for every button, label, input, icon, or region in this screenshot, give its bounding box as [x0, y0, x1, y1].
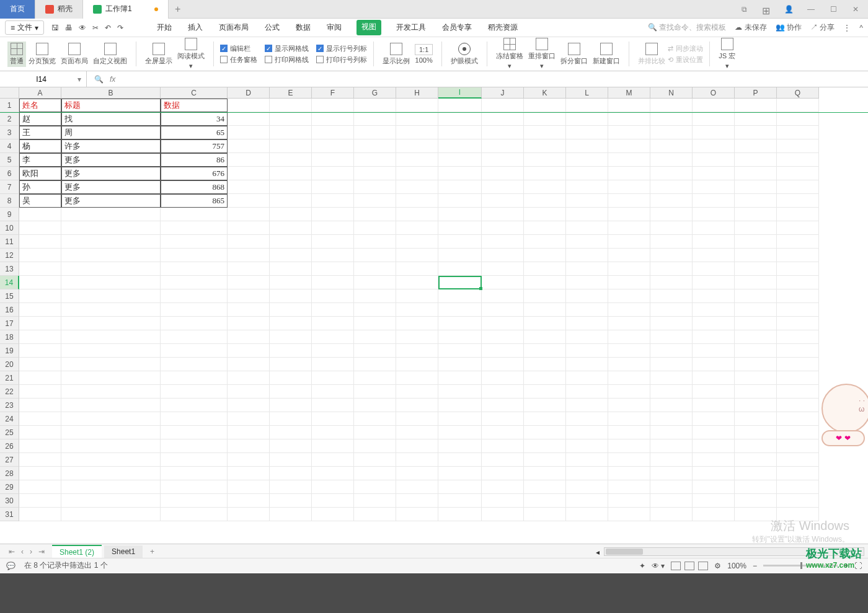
cell-L16[interactable] — [566, 303, 608, 317]
cell-B13[interactable] — [61, 262, 161, 276]
cell-L21[interactable] — [566, 371, 608, 385]
cell-B15[interactable] — [61, 289, 161, 303]
cell-J12[interactable] — [482, 249, 524, 262]
row-header-27[interactable]: 27 — [0, 453, 19, 467]
cell-M1[interactable] — [608, 99, 650, 112]
cell-A25[interactable] — [19, 426, 61, 439]
cell-M8[interactable] — [608, 194, 650, 208]
cell-Q14[interactable] — [777, 276, 819, 289]
zoom-out-icon[interactable]: − — [753, 562, 757, 570]
row-header-14[interactable]: 14 — [0, 276, 19, 289]
col-header-I[interactable]: I — [438, 87, 482, 99]
cell-K18[interactable] — [524, 330, 566, 344]
cell-C24[interactable] — [161, 412, 228, 426]
cell-D9[interactable] — [228, 208, 270, 221]
cell-D6[interactable] — [228, 167, 270, 180]
row-header-10[interactable]: 10 — [0, 221, 19, 235]
cell-L15[interactable] — [566, 289, 608, 303]
cell-F10[interactable] — [312, 221, 354, 235]
cell-L13[interactable] — [566, 262, 608, 276]
cell-Q28[interactable] — [777, 467, 819, 480]
cell-E7[interactable] — [270, 180, 312, 194]
cell-Q10[interactable] — [777, 221, 819, 235]
cell-D7[interactable] — [228, 180, 270, 194]
row-header-4[interactable]: 4 — [0, 139, 19, 153]
command-search[interactable]: 🔍 查找命令、搜索模板 — [648, 22, 726, 33]
cell-H1[interactable] — [396, 99, 438, 112]
cell-A11[interactable] — [19, 235, 61, 249]
menu-vip[interactable]: 会员专享 — [441, 20, 473, 35]
cell-Q13[interactable] — [777, 262, 819, 276]
cell-H27[interactable] — [396, 453, 438, 467]
cell-O12[interactable] — [693, 249, 735, 262]
cell-O1[interactable] — [693, 99, 735, 112]
cell-I12[interactable] — [438, 249, 482, 262]
cell-B19[interactable] — [61, 344, 161, 358]
cell-K15[interactable] — [524, 289, 566, 303]
cell-P18[interactable] — [735, 330, 777, 344]
cell-H6[interactable] — [396, 167, 438, 180]
cell-F21[interactable] — [312, 371, 354, 385]
cell-N2[interactable] — [650, 112, 693, 126]
cell-E8[interactable] — [270, 194, 312, 208]
cell-H7[interactable] — [396, 180, 438, 194]
row-header-16[interactable]: 16 — [0, 303, 19, 317]
cell-J26[interactable] — [482, 439, 524, 453]
row-header-22[interactable]: 22 — [0, 385, 19, 399]
cell-J17[interactable] — [482, 317, 524, 330]
cell-N12[interactable] — [650, 249, 693, 262]
cell-P2[interactable] — [735, 112, 777, 126]
cell-N26[interactable] — [650, 439, 693, 453]
cell-K11[interactable] — [524, 235, 566, 249]
check-headings[interactable]: 显示行号列标 — [316, 44, 367, 53]
menu-res[interactable]: 稻壳资源 — [487, 20, 519, 35]
cell-K31[interactable] — [524, 508, 566, 521]
cell-F23[interactable] — [312, 399, 354, 412]
cell-H14[interactable] — [396, 276, 438, 289]
cell-P15[interactable] — [735, 289, 777, 303]
cell-Q17[interactable] — [777, 317, 819, 330]
cell-Q1[interactable] — [777, 99, 819, 112]
cell-Q21[interactable] — [777, 371, 819, 385]
cell-E30[interactable] — [270, 494, 312, 508]
undo-icon[interactable]: ↶ — [105, 24, 111, 32]
cell-I1[interactable] — [438, 99, 482, 112]
cell-I13[interactable] — [438, 262, 482, 276]
sheet-next-icon[interactable]: › — [30, 547, 32, 556]
menu-review[interactable]: 审阅 — [326, 20, 343, 35]
cell-F9[interactable] — [312, 208, 354, 221]
cell-J13[interactable] — [482, 262, 524, 276]
cell-G25[interactable] — [354, 426, 396, 439]
cell-C9[interactable] — [161, 208, 228, 221]
col-header-F[interactable]: F — [312, 87, 354, 99]
row-header-8[interactable]: 8 — [0, 194, 19, 208]
cell-M10[interactable] — [608, 221, 650, 235]
cell-P10[interactable] — [735, 221, 777, 235]
cell-E18[interactable] — [270, 330, 312, 344]
cell-O10[interactable] — [693, 221, 735, 235]
cell-C13[interactable] — [161, 262, 228, 276]
eye-protect-button[interactable]: 护眼模式 — [448, 42, 480, 67]
cell-P21[interactable] — [735, 371, 777, 385]
zoom-100-button[interactable]: 1:1100% — [412, 43, 435, 65]
cell-J21[interactable] — [482, 371, 524, 385]
col-header-G[interactable]: G — [354, 87, 396, 99]
cell-H30[interactable] — [396, 494, 438, 508]
cell-M27[interactable] — [608, 453, 650, 467]
cell-J11[interactable] — [482, 235, 524, 249]
cell-D11[interactable] — [228, 235, 270, 249]
redo-icon[interactable]: ↷ — [117, 24, 123, 32]
cell-C17[interactable] — [161, 317, 228, 330]
cell-A6[interactable]: 欧阳 — [19, 167, 61, 180]
cell-H26[interactable] — [396, 439, 438, 453]
cell-N31[interactable] — [650, 508, 693, 521]
cell-D26[interactable] — [228, 439, 270, 453]
cell-J16[interactable] — [482, 303, 524, 317]
row-header-15[interactable]: 15 — [0, 289, 19, 303]
cell-I26[interactable] — [438, 439, 482, 453]
share-button[interactable]: ↗ 分享 — [810, 22, 835, 33]
cell-J1[interactable] — [482, 99, 524, 112]
cell-I16[interactable] — [438, 303, 482, 317]
cell-F31[interactable] — [312, 508, 354, 521]
cell-O6[interactable] — [693, 167, 735, 180]
